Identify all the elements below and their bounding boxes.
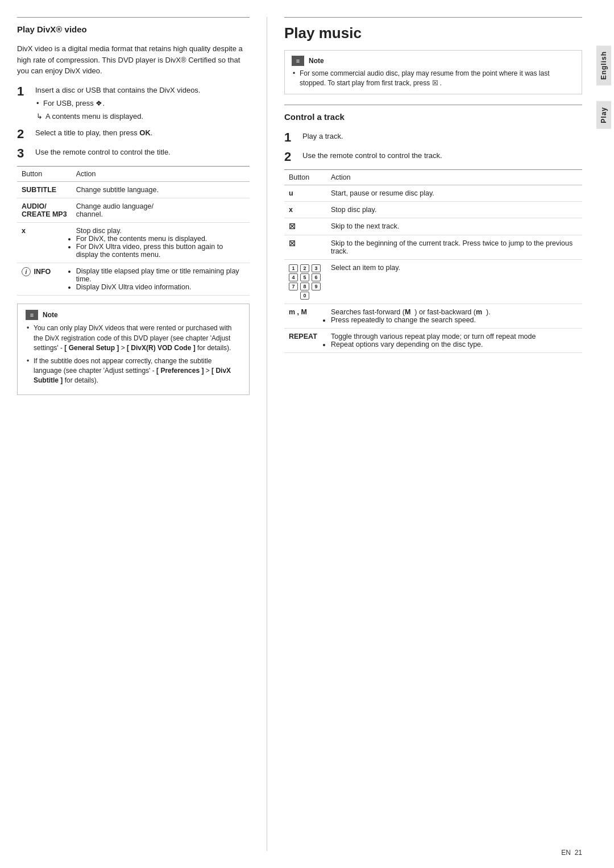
btn-keypad: 1 2 3 4 5 6 7 8 9 0 bbox=[284, 260, 326, 304]
right-step-num-2: 2 bbox=[284, 150, 302, 164]
step1-bullet1: For USB, press ❖. bbox=[35, 98, 250, 109]
left-note-item2: If the subtitle does not appear correctl… bbox=[26, 356, 241, 386]
action-subtitle: Change subtitle language. bbox=[72, 182, 250, 198]
side-tab-english: English bbox=[596, 45, 611, 85]
right-step-content-2: Use the remote control to control the tr… bbox=[302, 150, 582, 161]
table-row: u Start, pause or resume disc play. bbox=[284, 185, 582, 202]
action-skip-next: Skip to the next track. bbox=[326, 218, 582, 235]
action-x: Stop disc play. For DivX, the contents m… bbox=[72, 223, 250, 263]
right-note-item: • For some commercial audio disc, play m… bbox=[292, 69, 575, 89]
right-step-num-1: 1 bbox=[284, 131, 302, 144]
action-repeat-bullet: Repeat options vary depending on the dis… bbox=[331, 340, 578, 348]
btn-x-right: x bbox=[284, 202, 326, 218]
right-note-label: Note bbox=[309, 57, 324, 65]
left-step-3: 3 Use the remote control to control the … bbox=[17, 147, 250, 160]
action-repeat: Toggle through various repeat play mode;… bbox=[326, 329, 582, 353]
btn-repeat: REPEAT bbox=[284, 329, 326, 353]
divider-control bbox=[284, 105, 582, 105]
table-row: m , M Searches fast-forward (M ) or fast… bbox=[284, 304, 582, 329]
btn-info: i INFO bbox=[17, 263, 72, 296]
key-5: 5 bbox=[300, 273, 309, 281]
btn-u: u bbox=[284, 185, 326, 202]
step-content-3: Use the remote control to control the ti… bbox=[35, 147, 250, 158]
left-note-label: Note bbox=[43, 311, 58, 319]
btn-subtitle: SUBTITLE bbox=[17, 182, 72, 198]
action-m-bullet: Press repeatedly to change the search sp… bbox=[331, 316, 578, 324]
right-note-header: ≡ Note bbox=[292, 56, 575, 66]
page: English Play Play DivX® video DivX video… bbox=[0, 0, 614, 868]
table-row: ☒ Skip to the beginning of the current t… bbox=[284, 235, 582, 260]
btn-skip-prev: ☒ bbox=[284, 235, 326, 260]
left-step-2: 2 Select a title to play, then press OK. bbox=[17, 127, 250, 141]
action-u: Start, pause or resume disc play. bbox=[326, 185, 582, 202]
table-row: 1 2 3 4 5 6 7 8 9 0 bbox=[284, 260, 582, 304]
control-track-title: Control a track bbox=[284, 112, 582, 124]
left-note-box: ≡ Note You can only play DivX videos tha… bbox=[17, 304, 250, 394]
top-divider-right bbox=[284, 17, 582, 18]
table-row: i INFO Display title elapsed play time o… bbox=[17, 263, 250, 296]
table-row: REPEAT Toggle through various repeat pla… bbox=[284, 329, 582, 353]
right-step-1: 1 Play a track. bbox=[284, 131, 582, 144]
table-row: x Stop disc play. bbox=[284, 202, 582, 218]
left-note-item1: You can only play DivX videos that were … bbox=[26, 323, 241, 353]
step-number-1: 1 bbox=[17, 85, 35, 98]
step-content-2: Select a title to play, then press OK. bbox=[35, 127, 250, 139]
action-m: Searches fast-forward (M ) or fast-backw… bbox=[326, 304, 582, 329]
left-step-1: 1 Insert a disc or USB that contains the… bbox=[17, 85, 250, 122]
step-number-2: 2 bbox=[17, 127, 35, 141]
footer-page-number: 21 bbox=[575, 849, 582, 857]
left-note-header: ≡ Note bbox=[26, 310, 241, 320]
key-3: 3 bbox=[312, 264, 321, 272]
btn-x: x bbox=[17, 223, 72, 263]
action-info-bullet1: Display title elapsed play time or title… bbox=[76, 267, 245, 283]
top-divider-left bbox=[17, 17, 250, 18]
right-table-col1: Button bbox=[284, 170, 326, 185]
main-content: Play DivX® video DivX video is a digital… bbox=[0, 0, 594, 868]
step-content-1: Insert a disc or USB that contains the D… bbox=[35, 85, 250, 122]
table-row: ☒ Skip to the next track. bbox=[284, 218, 582, 235]
right-step-2: 2 Use the remote control to control the … bbox=[284, 150, 582, 164]
right-button-table: Button Action u Start, pause or resume d… bbox=[284, 169, 582, 353]
note-icon-left: ≡ bbox=[26, 310, 38, 320]
key-2: 2 bbox=[300, 264, 309, 272]
right-step-content-1: Play a track. bbox=[302, 131, 582, 142]
btn-audio: AUDIO/CREATE MP3 bbox=[17, 198, 72, 223]
left-button-table: Button Action SUBTITLE Change subtitle l… bbox=[17, 166, 250, 296]
right-table-col2: Action bbox=[326, 170, 582, 185]
side-tab-container: English Play bbox=[594, 0, 614, 868]
left-intro: DivX video is a digital media format tha… bbox=[17, 43, 250, 77]
action-info: Display title elapsed play time or title… bbox=[72, 263, 250, 296]
right-main-title: Play music bbox=[284, 24, 582, 42]
note-icon-right: ≡ bbox=[292, 56, 304, 66]
key-6: 6 bbox=[312, 273, 321, 281]
action-x-bullet2: For DivX Ultra video, press this button … bbox=[76, 243, 245, 259]
action-x-bullet1: For DivX, the contents menu is displayed… bbox=[76, 235, 245, 243]
key-4: 4 bbox=[289, 273, 298, 281]
key-8: 8 bbox=[300, 283, 309, 290]
key-9: 9 bbox=[312, 283, 321, 290]
right-note-box: ≡ Note • For some commercial audio disc,… bbox=[284, 50, 582, 94]
step1-arrow: A contents menu is displayed. bbox=[35, 111, 250, 122]
btn-m: m , M bbox=[284, 304, 326, 329]
action-skip-prev: Skip to the beginning of the current tra… bbox=[326, 235, 582, 260]
key-7: 7 bbox=[289, 283, 298, 290]
action-x-right: Stop disc play. bbox=[326, 202, 582, 218]
table-row: x Stop disc play. For DivX, the contents… bbox=[17, 223, 250, 263]
left-column: Play DivX® video DivX video is a digital… bbox=[17, 17, 267, 851]
side-tab-play: Play bbox=[596, 101, 611, 129]
table-row: SUBTITLE Change subtitle language. bbox=[17, 182, 250, 198]
table-row: AUDIO/CREATE MP3 Change audio language/c… bbox=[17, 198, 250, 223]
right-column: Play music ≡ Note • For some commercial … bbox=[267, 17, 582, 851]
key-1: 1 bbox=[289, 264, 298, 272]
step-number-3: 3 bbox=[17, 147, 35, 160]
btn-skip-next: ☒ bbox=[284, 218, 326, 235]
info-icon: i bbox=[22, 267, 31, 276]
footer-en-label: EN bbox=[561, 849, 571, 857]
action-audio: Change audio language/channel. bbox=[72, 198, 250, 223]
left-table-col2: Action bbox=[72, 167, 250, 182]
keypad-icon: 1 2 3 4 5 6 7 8 9 0 bbox=[289, 264, 322, 300]
left-table-col1: Button bbox=[17, 167, 72, 182]
left-section-title: Play DivX® video bbox=[17, 24, 250, 36]
key-0: 0 bbox=[300, 292, 309, 300]
page-footer: EN 21 bbox=[561, 849, 582, 857]
